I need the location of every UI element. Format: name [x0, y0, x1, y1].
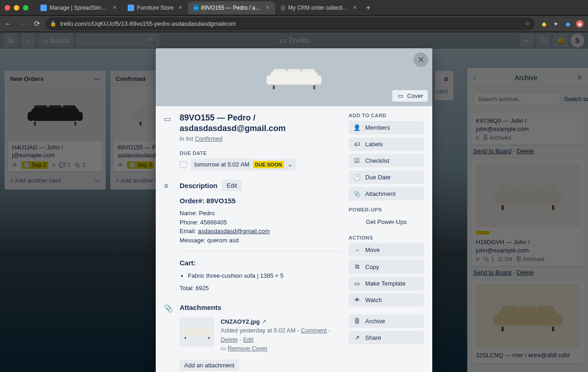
add-attachment-button[interactable]: Add an attachment	[180, 360, 239, 371]
description-label: Description	[180, 182, 218, 189]
list-link[interactable]: Confirmed	[195, 135, 222, 142]
archive-icon: 🗄	[353, 318, 361, 325]
close-tab-icon[interactable]: ✕	[113, 5, 117, 11]
order-header: Order#: 89VO155	[180, 196, 341, 206]
tab-favicon: ▭	[193, 5, 198, 11]
cart-header: Cart:	[180, 258, 341, 269]
labels-button[interactable]: 🏷Labels	[349, 137, 424, 151]
card-modal: ✕ ▭ Cover ▭ 89VO155 — Pedro / asdasdasda…	[156, 48, 432, 372]
star-icon[interactable]: ☆	[525, 20, 530, 27]
card-cover-area[interactable]: ▭ Cover	[156, 48, 432, 106]
tab-favicon	[281, 5, 286, 11]
copy-button[interactable]: ⧉Copy	[349, 260, 424, 274]
watch-icon: 👁	[353, 297, 361, 303]
card-title[interactable]: 89VO155 — Pedro / asdasdasdasd@gmail.com	[180, 113, 341, 134]
power-ups-label: POWER-UPS	[349, 207, 424, 212]
attachment-delete-link[interactable]: Delete	[220, 336, 238, 343]
attachment-thumbnail[interactable]	[180, 317, 214, 347]
attachment-button[interactable]: 📎Attachment	[349, 187, 424, 200]
edit-description-button[interactable]: Edit	[222, 180, 242, 191]
trello-app: ⊞ ⌂ ▭ Boards 🔍 ▭ Trello + ⓘ 🔔 S My CRM ☆…	[0, 32, 588, 372]
due-soon-badge: DUE SOON	[253, 161, 284, 168]
due-date-label: DUE DATE	[180, 150, 341, 156]
browser-tab[interactable]: Furniture Store ✕	[122, 1, 188, 14]
share-button[interactable]: ↗Share	[349, 331, 424, 344]
template-icon: ▭	[353, 280, 361, 287]
make-template-button[interactable]: ▭Make Template	[349, 277, 424, 290]
maximize-window-icon[interactable]	[23, 5, 28, 11]
lock-icon: 🔒	[50, 21, 57, 27]
email-link[interactable]: asdasdasdasd@gmail.com	[198, 228, 270, 235]
ext-icon[interactable]: ◆	[540, 20, 548, 28]
tab-label: Manage | SpreadSimple	[50, 5, 108, 11]
watch-button[interactable]: 👁Watch	[349, 293, 424, 307]
card-icon: ▭	[164, 113, 175, 123]
ext-icon[interactable]: ◆	[564, 20, 571, 28]
move-icon: →	[353, 246, 361, 253]
cover-button[interactable]: ▭ Cover	[392, 90, 428, 102]
tab-favicon	[40, 5, 47, 11]
attachment-comment-link[interactable]: Comment	[301, 327, 327, 334]
modal-backdrop[interactable]: ✕ ▭ Cover ▭ 89VO155 — Pedro / asdasdasda…	[0, 32, 588, 372]
cart-item: Fabric three-cushion sofa | 1385 × 5	[188, 271, 341, 280]
in-list-text: in list Confirmed	[180, 135, 341, 142]
close-tab-icon[interactable]: ✕	[266, 5, 270, 11]
order-message: Message: querom asd	[180, 236, 341, 245]
browser-toolbar: ← → ⟳ 🔒 trello.com/c/UqKUJcf5/13-89vo155…	[0, 16, 588, 32]
copy-icon: ⧉	[353, 263, 361, 270]
members-button[interactable]: 👤Members	[349, 121, 424, 134]
attachment-filename[interactable]: CNZAOY2.jpg	[220, 318, 260, 325]
tab-label: 89VO155 — Pedro / asdasdas…	[201, 5, 261, 11]
close-modal-button[interactable]: ✕	[413, 52, 428, 67]
tab-favicon	[128, 5, 134, 11]
archive-button[interactable]: 🗄Archive	[349, 315, 424, 328]
order-email: Email: asdasdasdasd@gmail.com	[180, 227, 341, 236]
cover-icon: ▭	[220, 345, 226, 352]
reload-button[interactable]: ⟳	[34, 19, 40, 28]
window-controls[interactable]	[5, 5, 28, 11]
chevron-down-icon: ⌄	[288, 161, 293, 168]
open-icon[interactable]: ↗	[261, 318, 266, 325]
close-window-icon[interactable]	[5, 5, 10, 11]
minimize-window-icon[interactable]	[14, 5, 19, 11]
browser-titlebar: Manage | SpreadSimple ✕ Furniture Store …	[0, 0, 588, 16]
due-checkbox[interactable]	[180, 161, 187, 168]
description-icon: ≡	[164, 180, 175, 190]
cart-total: Total: 6925	[180, 284, 341, 293]
forward-button[interactable]: →	[19, 20, 27, 28]
tab-label: Furniture Store	[137, 5, 174, 11]
labels-icon: 🏷	[353, 141, 361, 148]
tab-label: My CRM order collection | Inte…	[288, 5, 348, 11]
close-tab-icon[interactable]: ✕	[178, 5, 182, 11]
attachment-icon: 📎	[353, 190, 361, 197]
due-date-button[interactable]: 🕐Due Date	[349, 171, 424, 184]
browser-tabs: Manage | SpreadSimple ✕ Furniture Store …	[35, 0, 374, 15]
move-button[interactable]: →Move	[349, 243, 424, 257]
browser-tab[interactable]: Manage | SpreadSimple ✕	[35, 1, 122, 14]
new-tab-button[interactable]: +	[362, 4, 374, 12]
url-text: trello.com/c/UqKUJcf5/13-89vo155-pedro-a…	[60, 20, 521, 27]
extensions: ◆ ✦ ◆ ●	[540, 20, 583, 28]
get-power-ups-button[interactable]: Get Power-Ups	[349, 215, 424, 229]
cover-icon: ▭	[397, 92, 404, 99]
checklist-button[interactable]: ☑Checklist	[349, 154, 424, 167]
order-phone: Phone: 45888405	[180, 218, 341, 227]
back-button[interactable]: ←	[5, 20, 12, 28]
profile-avatar[interactable]: ●	[576, 20, 583, 28]
extensions-icon[interactable]: ✦	[552, 20, 560, 28]
due-date-button[interactable]: tomorrow at 5:02 AM DUE SOON ⌄	[191, 159, 296, 171]
description-content[interactable]: Order#: 89VO155 Name: Pedro Phone: 45888…	[180, 196, 341, 293]
clock-icon: 🕐	[353, 174, 361, 181]
actions-label: ACTIONS	[349, 235, 424, 240]
add-to-card-label: ADD TO CARD	[349, 113, 424, 118]
attachment-meta: Added yesterday at 5:02 AM -	[220, 327, 301, 334]
browser-tab[interactable]: My CRM order collection | Inte… ✕	[275, 1, 362, 14]
share-icon: ↗	[353, 334, 361, 341]
attachment-edit-link[interactable]: Edit	[243, 336, 253, 343]
browser-tab-active[interactable]: ▭ 89VO155 — Pedro / asdasdas… ✕	[188, 1, 275, 14]
checklist-icon: ☑	[353, 157, 361, 164]
address-bar[interactable]: 🔒 trello.com/c/UqKUJcf5/13-89vo155-pedro…	[45, 17, 535, 30]
close-tab-icon[interactable]: ✕	[353, 5, 357, 11]
remove-cover-link[interactable]: Remove Cover	[228, 345, 268, 352]
attachment-icon: 📎	[164, 302, 175, 313]
